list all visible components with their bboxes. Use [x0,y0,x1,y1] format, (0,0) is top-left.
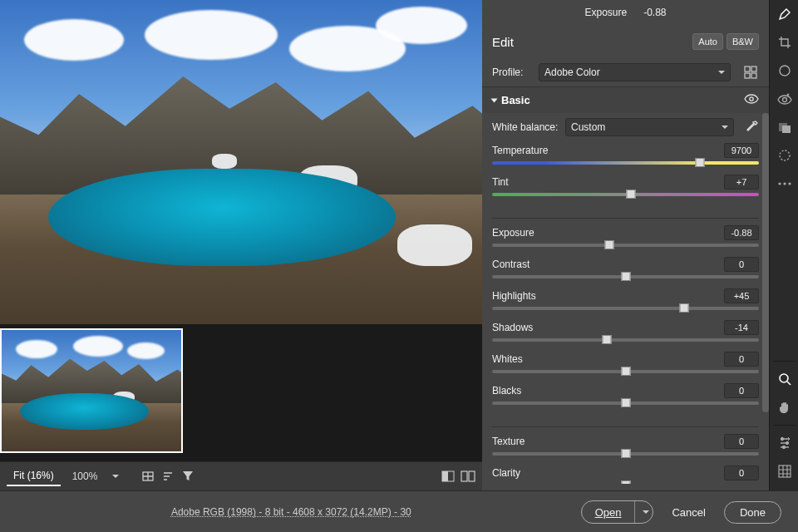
tint-handle[interactable] [626,190,635,199]
svg-point-10 [780,66,790,76]
panel-title-row: Edit Auto B&W [482,25,769,58]
svg-rect-3 [461,471,467,481]
readout-label: Exposure [584,7,627,18]
edit-title: Edit [492,35,689,49]
circle-tool-icon[interactable] [770,57,798,85]
zoom-menu-chevron-icon[interactable] [112,475,119,478]
svg-rect-22 [779,466,791,477]
zoom-fit-button[interactable]: Fit (16%) [7,466,61,486]
svg-point-14 [780,150,790,160]
whites-handle[interactable] [621,367,630,376]
profile-row: Profile: Adobe Color [482,58,769,86]
texture-handle[interactable] [621,449,630,458]
temperature-slider[interactable]: Temperature9700 [492,143,759,165]
shadows-slider[interactable]: Shadows-14 [492,320,759,342]
profile-browser-icon[interactable] [742,64,759,81]
clarity-value[interactable]: 0 [724,466,759,480]
main-preview-column: Fit (16%) 100% [0,0,482,490]
svg-point-19 [781,438,783,441]
temperature-handle[interactable] [696,158,705,167]
highlights-slider[interactable]: Highlights+45 [492,288,759,310]
grid-overlay-icon[interactable] [140,469,155,484]
texture-value[interactable]: 0 [724,434,759,449]
before-after-split-icon[interactable] [461,469,475,484]
panel-body: White balance: Custom Temperature9700 Ti… [482,113,769,484]
clarity-handle[interactable] [621,480,630,484]
tint-value[interactable]: +7 [724,175,759,190]
exposure-slider[interactable]: Exposure-0.88 [492,225,759,247]
blacks-handle[interactable] [621,398,630,407]
grid-tool-icon[interactable] [770,457,798,485]
svg-point-20 [786,442,788,445]
edit-panel: Exposure -0.88 Edit Auto B&W Profile: Ad… [482,0,769,490]
svg-rect-8 [751,73,756,78]
panel-readout-row: Exposure -0.88 [482,0,769,25]
filter-icon[interactable] [180,469,195,484]
disclosure-chevron-icon [491,98,498,102]
svg-point-11 [782,98,786,102]
heal-tool-icon[interactable] [770,141,798,170]
eyedropper-icon[interactable] [746,120,759,135]
file-info[interactable]: Adobe RGB (1998) - 8 bit - 4608 x 3072 (… [171,506,411,518]
tint-slider[interactable]: Tint+7 [492,175,759,196]
cancel-button[interactable]: Cancel [668,502,708,523]
texture-slider[interactable]: Texture0 [492,434,759,456]
footer-bar: Adobe RGB (1998) - 8 bit - 4608 x 3072 (… [0,490,798,532]
profile-label: Profile: [492,66,532,78]
exposure-value[interactable]: -0.88 [724,225,759,240]
zoom-tool-icon[interactable] [770,365,798,393]
temperature-value[interactable]: 9700 [724,143,759,158]
highlights-handle[interactable] [680,303,689,313]
svg-point-18 [780,374,788,382]
filmstrip-thumbnail[interactable] [0,328,183,453]
svg-point-15 [778,182,781,185]
open-menu-chevron-icon[interactable] [634,501,653,523]
crop-tool-icon[interactable] [770,28,798,57]
contrast-handle[interactable] [621,272,630,281]
blacks-value[interactable]: 0 [724,383,759,398]
contrast-slider[interactable]: Contrast0 [492,257,759,278]
presets-icon[interactable] [770,429,798,457]
zoom-100-button[interactable]: 100% [66,467,105,485]
white-balance-label: White balance: [492,121,559,133]
panel-scrollbar[interactable] [762,113,769,412]
svg-rect-7 [745,73,750,78]
exposure-handle[interactable] [605,240,614,249]
basic-section-header[interactable]: Basic [482,86,769,113]
redeye-tool-icon[interactable] [770,85,798,113]
svg-point-21 [782,446,785,449]
bw-button[interactable]: B&W [727,33,759,50]
white-balance-select[interactable]: Custom [565,118,734,136]
contrast-value[interactable]: 0 [724,257,759,272]
whites-value[interactable]: 0 [724,352,759,367]
visibility-eye-icon[interactable] [744,94,759,106]
basic-section-title: Basic [501,94,530,106]
whites-slider[interactable]: Whites0 [492,352,759,373]
clarity-slider[interactable]: Clarity0 [492,466,759,484]
masking-tool-icon[interactable] [770,113,798,141]
tool-rail [769,0,798,490]
main-image-preview[interactable] [0,0,482,324]
sort-icon[interactable] [160,469,175,484]
svg-point-17 [788,182,791,185]
profile-select[interactable]: Adobe Color [539,63,731,81]
done-button[interactable]: Done [724,501,781,524]
shadows-handle[interactable] [603,335,612,344]
more-tools-icon[interactable] [770,170,798,198]
blacks-slider[interactable]: Blacks0 [492,383,759,405]
highlights-value[interactable]: +45 [724,288,759,303]
svg-rect-5 [745,66,750,71]
svg-rect-6 [751,66,756,71]
readout-value: -0.88 [643,7,666,18]
white-balance-row: White balance: Custom [482,113,769,141]
open-button[interactable]: Open [582,502,635,523]
edit-tool-icon[interactable] [770,0,798,28]
auto-button[interactable]: Auto [692,33,723,50]
svg-point-9 [750,97,753,101]
shadows-value[interactable]: -14 [724,320,759,335]
hand-tool-icon[interactable] [770,393,798,421]
svg-rect-2 [442,471,448,481]
open-button-group: Open [581,500,654,524]
before-after-single-icon[interactable] [441,469,456,484]
svg-rect-4 [469,471,475,481]
